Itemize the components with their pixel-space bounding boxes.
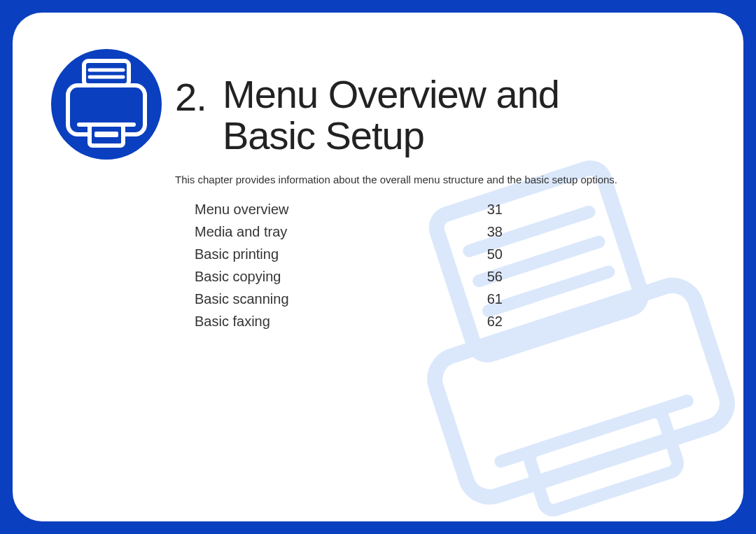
toc-row[interactable]: Media and tray 38 <box>195 224 503 240</box>
toc-page: 31 <box>482 202 503 218</box>
svg-rect-5 <box>527 409 680 512</box>
svg-line-3 <box>489 272 608 311</box>
toc-label: Basic printing <box>195 246 279 262</box>
toc-label: Basic copying <box>195 269 281 285</box>
toc-label: Basic scanning <box>195 291 289 307</box>
toc-page: 56 <box>482 269 503 285</box>
toc-label: Media and tray <box>195 224 287 240</box>
svg-rect-8 <box>84 61 129 85</box>
page-content: 2. Menu Overview and Basic Setup This ch… <box>13 13 743 521</box>
chapter-number: 2. <box>175 74 206 120</box>
toc-page: 62 <box>482 314 503 330</box>
chapter-title-line2: Basic Setup <box>223 113 424 157</box>
toc-row[interactable]: Basic printing 50 <box>195 246 503 262</box>
toc-page: 61 <box>482 291 503 307</box>
printer-icon <box>51 49 162 160</box>
toc-row[interactable]: Basic scanning 61 <box>195 291 503 307</box>
toc-row[interactable]: Basic faxing 62 <box>195 314 503 330</box>
svg-rect-14 <box>94 132 118 137</box>
toc-list: Menu overview 31 Media and tray 38 Basic… <box>195 202 503 336</box>
toc-label: Basic faxing <box>195 314 270 330</box>
toc-page: 50 <box>482 246 503 262</box>
page-frame: 2. Menu Overview and Basic Setup This ch… <box>0 0 756 534</box>
chapter-title: Menu Overview and Basic Setup <box>223 74 559 157</box>
svg-line-6 <box>500 401 687 462</box>
chapter-title-line1: Menu Overview and <box>223 72 559 116</box>
toc-row[interactable]: Basic copying 56 <box>195 269 503 285</box>
toc-label: Menu overview <box>195 202 289 218</box>
toc-row[interactable]: Menu overview 31 <box>195 202 503 218</box>
toc-page: 38 <box>482 224 503 240</box>
chapter-description: This chapter provides information about … <box>175 174 617 185</box>
